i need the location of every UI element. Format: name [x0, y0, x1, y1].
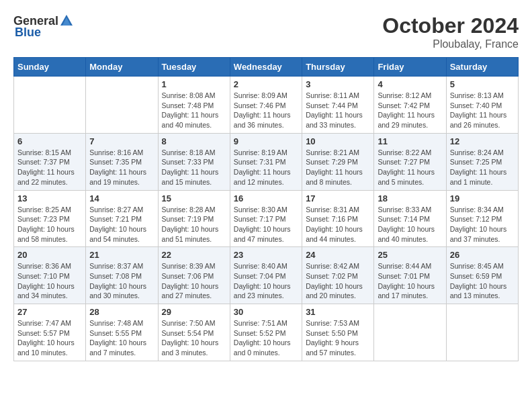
sunset-text: Sunset: 7:23 PM [17, 215, 70, 223]
calendar-cell: 26 Sunrise: 8:45 AM Sunset: 6:59 PM Dayl… [446, 247, 518, 304]
title-block: October 2024 Ploubalay, France [382, 13, 519, 50]
day-number: 8 [162, 136, 226, 146]
daylight-text: Daylight: 10 hours and 47 minutes. [234, 225, 291, 243]
logo-icon [59, 13, 74, 28]
daylight-text: Daylight: 10 hours and 58 minutes. [17, 225, 75, 243]
sunrise-text: Sunrise: 8:27 AM [89, 205, 143, 214]
sunrise-text: Sunrise: 8:42 AM [306, 262, 359, 270]
day-number: 31 [306, 307, 370, 317]
day-number: 30 [234, 307, 298, 317]
calendar-cell [374, 304, 446, 361]
calendar-cell: 10 Sunrise: 8:21 AM Sunset: 7:29 PM Dayl… [302, 133, 374, 190]
day-info: Sunrise: 8:42 AM Sunset: 7:02 PM Dayligh… [306, 261, 370, 301]
calendar-cell [446, 304, 518, 361]
sunset-text: Sunset: 5:50 PM [306, 329, 358, 337]
calendar-cell: 6 Sunrise: 8:15 AM Sunset: 7:37 PM Dayli… [14, 133, 86, 190]
day-info: Sunrise: 8:21 AM Sunset: 7:29 PM Dayligh… [306, 148, 370, 187]
daylight-text: Daylight: 10 hours and 17 minutes. [378, 282, 435, 300]
sunset-text: Sunset: 7:29 PM [306, 158, 358, 166]
daylight-text: Daylight: 11 hours and 36 minutes. [234, 111, 291, 129]
calendar-cell: 1 Sunrise: 8:08 AM Sunset: 7:48 PM Dayli… [158, 77, 230, 134]
sunset-text: Sunset: 7:35 PM [89, 158, 142, 166]
day-number: 17 [306, 193, 370, 203]
daylight-text: Daylight: 10 hours and 54 minutes. [89, 225, 146, 243]
day-number: 6 [17, 136, 82, 146]
sunrise-text: Sunrise: 8:34 AM [450, 205, 504, 214]
sunrise-text: Sunrise: 8:19 AM [234, 148, 287, 156]
sunset-text: Sunset: 7:42 PM [378, 101, 430, 109]
sunrise-text: Sunrise: 8:36 AM [17, 262, 71, 270]
day-number: 16 [234, 193, 298, 203]
calendar-week-row: 6 Sunrise: 8:15 AM Sunset: 7:37 PM Dayli… [14, 133, 519, 190]
calendar-cell: 23 Sunrise: 8:40 AM Sunset: 7:04 PM Dayl… [230, 247, 302, 304]
day-info: Sunrise: 8:18 AM Sunset: 7:33 PM Dayligh… [162, 148, 226, 187]
sunrise-text: Sunrise: 7:51 AM [234, 319, 287, 327]
day-info: Sunrise: 7:48 AM Sunset: 5:55 PM Dayligh… [89, 318, 154, 358]
daylight-text: Daylight: 10 hours and 51 minutes. [162, 225, 219, 243]
day-number: 5 [450, 79, 515, 89]
day-info: Sunrise: 8:34 AM Sunset: 7:12 PM Dayligh… [450, 205, 515, 244]
day-number: 9 [234, 136, 298, 146]
day-info: Sunrise: 8:40 AM Sunset: 7:04 PM Dayligh… [234, 261, 298, 301]
sunrise-text: Sunrise: 8:15 AM [17, 148, 71, 156]
day-number: 23 [234, 250, 298, 260]
day-info: Sunrise: 8:27 AM Sunset: 7:21 PM Dayligh… [89, 205, 154, 244]
calendar-cell: 5 Sunrise: 8:13 AM Sunset: 7:40 PM Dayli… [446, 77, 518, 134]
daylight-text: Daylight: 10 hours and 0 minutes. [234, 338, 291, 357]
day-info: Sunrise: 8:24 AM Sunset: 7:25 PM Dayligh… [450, 148, 515, 187]
day-info: Sunrise: 8:19 AM Sunset: 7:31 PM Dayligh… [234, 148, 298, 187]
day-info: Sunrise: 7:47 AM Sunset: 5:57 PM Dayligh… [17, 318, 82, 358]
daylight-text: Daylight: 11 hours and 29 minutes. [378, 111, 435, 129]
day-info: Sunrise: 8:30 AM Sunset: 7:17 PM Dayligh… [234, 205, 298, 244]
sunrise-text: Sunrise: 8:21 AM [306, 148, 359, 156]
day-number: 18 [378, 193, 442, 203]
sunset-text: Sunset: 7:25 PM [450, 158, 502, 166]
day-number: 26 [450, 250, 515, 260]
daylight-text: Daylight: 11 hours and 5 minutes. [378, 168, 435, 186]
calendar-cell: 8 Sunrise: 8:18 AM Sunset: 7:33 PM Dayli… [158, 133, 230, 190]
day-info: Sunrise: 8:15 AM Sunset: 7:37 PM Dayligh… [17, 148, 82, 187]
sunset-text: Sunset: 5:52 PM [234, 329, 286, 337]
sunrise-text: Sunrise: 8:16 AM [89, 148, 143, 156]
sunrise-text: Sunrise: 8:22 AM [378, 148, 431, 156]
sunrise-text: Sunrise: 8:31 AM [306, 205, 359, 214]
sunset-text: Sunset: 7:19 PM [162, 215, 214, 223]
daylight-text: Daylight: 10 hours and 44 minutes. [306, 225, 363, 243]
day-info: Sunrise: 8:12 AM Sunset: 7:42 PM Dayligh… [378, 91, 442, 130]
calendar-cell: 19 Sunrise: 8:34 AM Sunset: 7:12 PM Dayl… [446, 190, 518, 247]
calendar-cell: 2 Sunrise: 8:09 AM Sunset: 7:46 PM Dayli… [230, 77, 302, 134]
day-info: Sunrise: 8:45 AM Sunset: 6:59 PM Dayligh… [450, 261, 515, 301]
day-info: Sunrise: 8:28 AM Sunset: 7:19 PM Dayligh… [162, 205, 226, 244]
day-number: 20 [17, 250, 82, 260]
day-info: Sunrise: 8:36 AM Sunset: 7:10 PM Dayligh… [17, 261, 82, 301]
day-info: Sunrise: 8:31 AM Sunset: 7:16 PM Dayligh… [306, 205, 370, 244]
sunrise-text: Sunrise: 7:53 AM [306, 319, 359, 327]
calendar-cell: 3 Sunrise: 8:11 AM Sunset: 7:44 PM Dayli… [302, 77, 374, 134]
day-info: Sunrise: 8:44 AM Sunset: 7:01 PM Dayligh… [378, 261, 442, 301]
column-header-friday: Friday [374, 58, 446, 77]
logo: General Blue [13, 13, 75, 40]
sunrise-text: Sunrise: 8:39 AM [162, 262, 216, 270]
sunrise-text: Sunrise: 8:12 AM [378, 91, 431, 99]
day-info: Sunrise: 8:11 AM Sunset: 7:44 PM Dayligh… [306, 91, 370, 130]
column-header-monday: Monday [86, 58, 158, 77]
sunset-text: Sunset: 7:21 PM [89, 215, 142, 223]
day-number: 7 [89, 136, 154, 146]
day-info: Sunrise: 8:08 AM Sunset: 7:48 PM Dayligh… [162, 91, 226, 130]
day-info: Sunrise: 8:22 AM Sunset: 7:27 PM Dayligh… [378, 148, 442, 187]
sunset-text: Sunset: 5:55 PM [89, 329, 142, 337]
sunset-text: Sunset: 7:16 PM [306, 215, 358, 223]
sunrise-text: Sunrise: 8:33 AM [378, 205, 431, 214]
daylight-text: Daylight: 10 hours and 3 minutes. [162, 338, 219, 357]
sunrise-text: Sunrise: 8:44 AM [378, 262, 431, 270]
column-header-wednesday: Wednesday [230, 58, 302, 77]
calendar-week-row: 27 Sunrise: 7:47 AM Sunset: 5:57 PM Dayl… [14, 304, 519, 361]
day-number: 4 [378, 79, 442, 89]
day-info: Sunrise: 7:50 AM Sunset: 5:54 PM Dayligh… [162, 318, 226, 358]
calendar-cell: 22 Sunrise: 8:39 AM Sunset: 7:06 PM Dayl… [158, 247, 230, 304]
sunrise-text: Sunrise: 8:25 AM [17, 205, 71, 214]
day-number: 14 [89, 193, 154, 203]
daylight-text: Daylight: 11 hours and 8 minutes. [306, 168, 363, 186]
sunset-text: Sunset: 7:10 PM [17, 272, 70, 280]
day-number: 2 [234, 79, 298, 89]
